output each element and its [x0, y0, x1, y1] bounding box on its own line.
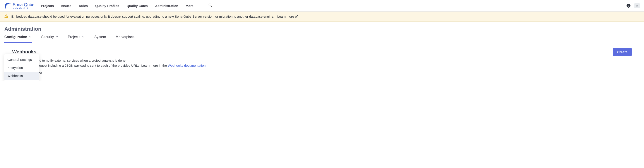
- page-title: Administration: [4, 26, 640, 32]
- warning-icon: [4, 14, 8, 19]
- svg-line-1: [211, 6, 212, 7]
- nav-issues[interactable]: Issues: [61, 4, 72, 8]
- admin-tabs: Configuration Security Projects System M…: [0, 35, 644, 43]
- nav-projects[interactable]: Projects: [41, 4, 54, 8]
- tab-label: Projects: [68, 35, 80, 39]
- desc-line2b: .: [206, 64, 206, 67]
- empty-state-message: No webhook defined.: [12, 71, 632, 75]
- content-description: Webhooks are used to notify external ser…: [12, 58, 226, 68]
- chevron-down-icon: [56, 35, 58, 39]
- create-button[interactable]: Create: [613, 48, 632, 56]
- chevron-down-icon: [82, 35, 85, 39]
- user-avatar[interactable]: A: [634, 3, 640, 8]
- tab-label: Configuration: [4, 35, 27, 39]
- nav-quality-profiles[interactable]: Quality Profiles: [95, 4, 119, 8]
- sonarqube-logo-icon: [4, 2, 11, 9]
- dropdown-item-webhooks[interactable]: Webhooks: [4, 72, 39, 80]
- banner-text: Embedded database should be used for eva…: [11, 14, 274, 18]
- tab-marketplace[interactable]: Marketplace: [116, 35, 134, 43]
- webhooks-doc-link[interactable]: Webhooks documentation: [168, 64, 206, 67]
- nav-rules[interactable]: Rules: [79, 4, 88, 8]
- nav-quality-gates[interactable]: Quality Gates: [126, 4, 148, 8]
- tab-system[interactable]: System: [94, 35, 106, 43]
- tab-security[interactable]: Security: [41, 35, 58, 43]
- svg-point-3: [6, 17, 6, 17]
- content-title: Webhooks: [12, 49, 632, 55]
- dropdown-item-general-settings[interactable]: General Settings: [4, 56, 39, 64]
- dropdown-item-encryption[interactable]: Encryption: [4, 64, 39, 72]
- svg-line-4: [296, 15, 298, 16]
- main-content: Create Webhooks Webhooks are used to not…: [4, 43, 640, 81]
- search-icon[interactable]: [208, 3, 212, 8]
- configuration-dropdown: General Settings Encryption Webhooks: [4, 54, 39, 81]
- tab-projects[interactable]: Projects: [68, 35, 85, 43]
- nav-more[interactable]: More: [186, 4, 194, 8]
- topnav-items: Projects Issues Rules Quality Profiles Q…: [41, 3, 212, 8]
- brand-logo[interactable]: SonarQube COMMUNITY: [4, 2, 34, 9]
- tab-label: System: [94, 35, 106, 39]
- topnav-right: ? A: [626, 3, 640, 8]
- banner-learn-more-link[interactable]: Learn more: [277, 14, 298, 18]
- help-icon[interactable]: ?: [626, 4, 630, 8]
- banner-link-label: Learn more: [277, 14, 294, 18]
- chevron-down-icon: [29, 35, 32, 39]
- nav-administration[interactable]: Administration: [155, 4, 178, 8]
- embedded-db-warning-banner: Embedded database should be used for eva…: [0, 11, 644, 21]
- top-navbar: SonarQube COMMUNITY Projects Issues Rule…: [0, 0, 644, 11]
- brand-subtitle: COMMUNITY: [13, 7, 34, 9]
- tab-label: Marketplace: [116, 35, 134, 39]
- external-link-icon: [295, 15, 298, 18]
- tab-configuration[interactable]: Configuration: [4, 35, 32, 43]
- brand-name: SonarQube: [13, 2, 34, 7]
- tab-label: Security: [41, 35, 54, 39]
